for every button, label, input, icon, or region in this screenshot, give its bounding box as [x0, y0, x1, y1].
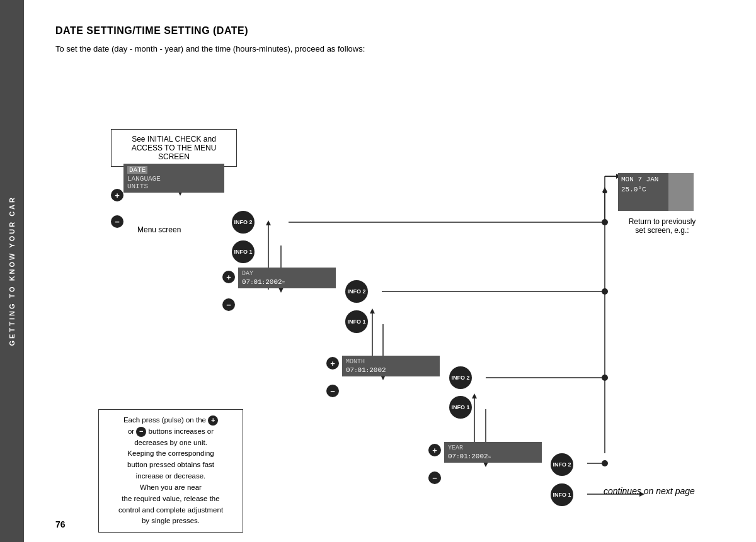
- year-info2-btn[interactable]: INFO 2: [551, 453, 573, 476]
- month-info2-btn[interactable]: INFO 2: [449, 366, 472, 389]
- menu-units: UNITS: [127, 183, 220, 190]
- year-value: 07:01:2002≈: [448, 453, 538, 460]
- svg-point-16: [602, 375, 608, 381]
- menu-minus-btn[interactable]: −: [111, 215, 123, 228]
- day-info2-btn[interactable]: INFO 2: [345, 280, 368, 303]
- svg-marker-30: [370, 308, 375, 313]
- menu-info1-label: INFO 1: [234, 249, 252, 255]
- year-info2-label: INFO 2: [553, 461, 571, 468]
- svg-marker-21: [602, 187, 607, 192]
- day-title: DAY: [242, 270, 332, 277]
- svg-marker-3: [278, 288, 284, 293]
- year-minus-btn[interactable]: −: [428, 471, 441, 484]
- main-content: DATE SETTING/TIME SETTING (DATE) To set …: [24, 0, 756, 542]
- menu-info1-btn[interactable]: INFO 1: [232, 240, 255, 263]
- diagram: See INITIAL CHECK and ACCESS TO THE MENU…: [55, 66, 731, 519]
- svg-marker-28: [266, 220, 271, 225]
- day-info1-label: INFO 1: [347, 319, 365, 325]
- day-value: 07:01:2002≈: [242, 278, 332, 286]
- menu-screen: DATE LANGUAGE UNITS: [123, 164, 224, 193]
- ref-box-text: See INITIAL CHECK and ACCESS TO THE MENU…: [132, 135, 217, 161]
- month-plus-minus: + −: [326, 357, 339, 397]
- year-plus-minus: + −: [428, 444, 441, 484]
- svg-marker-32: [472, 393, 477, 398]
- svg-point-20: [602, 460, 608, 466]
- menu-plus-minus: + −: [111, 189, 123, 228]
- menu-plus-btn[interactable]: +: [111, 189, 123, 201]
- month-plus-btn[interactable]: +: [326, 357, 339, 370]
- day-plus-btn[interactable]: +: [222, 271, 235, 283]
- notes-text: Each press (pulse) on the + or − buttons…: [105, 415, 236, 527]
- menu-date-highlight: DATE: [127, 166, 147, 174]
- notes-box: Each press (pulse) on the + or − buttons…: [98, 409, 243, 533]
- month-minus-btn[interactable]: −: [326, 385, 339, 397]
- month-info2-label: INFO 2: [451, 375, 469, 381]
- return-line1: Return to previously: [615, 217, 709, 226]
- year-info1-btn[interactable]: INFO 1: [551, 483, 573, 506]
- sidebar: GETTING TO KNOW YOUR CAR: [0, 0, 24, 542]
- day-info2-label: INFO 2: [347, 288, 365, 295]
- year-info1-label: INFO 1: [553, 492, 571, 498]
- month-info1-label: INFO 1: [451, 404, 469, 410]
- continues-text: continues on next page: [604, 486, 695, 496]
- info-screen-line2: 25.0°C: [621, 186, 665, 193]
- info-screen: MON 7 JAN 25.0°C: [618, 173, 694, 211]
- return-line2: set screen, e.g.:: [615, 226, 709, 235]
- year-plus-btn[interactable]: +: [428, 444, 441, 456]
- month-screen: MONTH 07:01:2002: [342, 356, 440, 376]
- menu-info2-btn[interactable]: INFO 2: [232, 211, 255, 234]
- ref-box-initial: See INITIAL CHECK and ACCESS TO THE MENU…: [111, 129, 237, 167]
- return-text: Return to previously set screen, e.g.:: [615, 217, 709, 235]
- svg-point-5: [602, 219, 608, 225]
- page-number: 76: [55, 519, 66, 529]
- svg-marker-9: [602, 188, 607, 193]
- day-info1-btn[interactable]: INFO 1: [345, 310, 368, 333]
- info-screen-right-panel: [668, 173, 694, 211]
- menu-screen-label: Menu screen: [137, 225, 181, 234]
- month-value: 07:01:2002: [346, 366, 436, 374]
- sidebar-label: GETTING TO KNOW YOUR CAR: [8, 196, 16, 346]
- month-info1-btn[interactable]: INFO 1: [449, 396, 472, 419]
- year-screen: YEAR 07:01:2002≈: [444, 442, 542, 463]
- day-plus-minus: + −: [222, 271, 235, 311]
- day-minus-btn[interactable]: −: [222, 298, 235, 311]
- svg-point-12: [602, 288, 608, 295]
- day-screen: DAY 07:01:2002≈: [238, 268, 336, 288]
- page-title: DATE SETTING/TIME SETTING (DATE): [55, 25, 731, 37]
- info-screen-content: MON 7 JAN 25.0°C: [618, 173, 668, 211]
- info-screen-line1: MON 7 JAN: [621, 176, 665, 183]
- year-title: YEAR: [448, 444, 538, 451]
- svg-marker-18: [483, 462, 488, 467]
- subtitle: To set the date (day - month - year) and…: [55, 44, 731, 54]
- month-title: MONTH: [346, 358, 436, 365]
- menu-language: LANGUAGE: [127, 175, 220, 183]
- menu-info2-label: INFO 2: [234, 219, 252, 225]
